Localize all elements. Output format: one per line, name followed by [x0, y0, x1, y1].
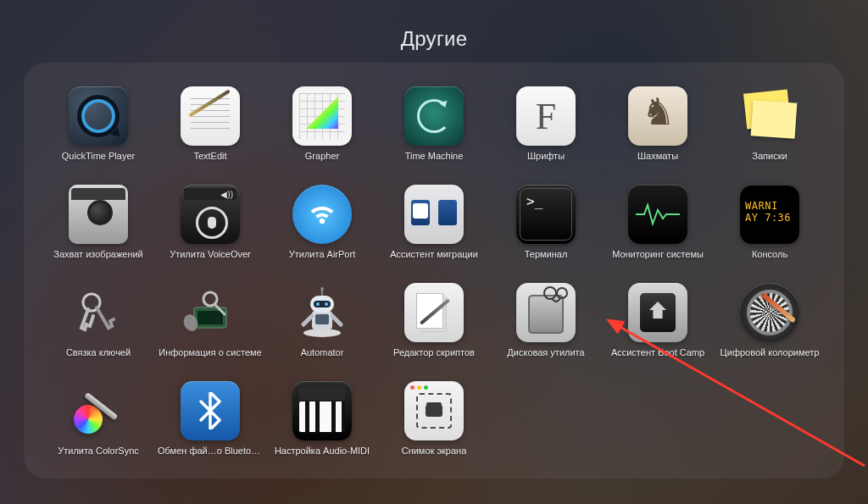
app-fonts[interactable]: Шрифты [492, 86, 600, 185]
activity-monitor-icon [628, 185, 687, 244]
svg-point-10 [316, 302, 320, 306]
app-grid: QuickTime Player TextEdit Grapher Time M… [44, 86, 824, 479]
keychain-icon [69, 283, 128, 342]
app-textedit[interactable]: TextEdit [156, 86, 264, 185]
bluetooth-icon [181, 381, 240, 440]
app-grapher[interactable]: Grapher [268, 86, 376, 185]
app-stickies[interactable]: Записки [715, 86, 824, 185]
app-label: Захват изображений [53, 249, 143, 260]
fontbook-icon [516, 86, 576, 146]
app-label: Связка ключей [66, 347, 131, 358]
chess-icon [628, 86, 687, 146]
terminal-icon [516, 185, 576, 244]
app-migration[interactable]: Ассистент миграции [380, 185, 488, 283]
app-diskutility[interactable]: Дисковая утилита [492, 283, 600, 381]
app-label: Automator [301, 347, 344, 358]
stickies-icon [740, 86, 799, 146]
app-label: Редактор скриптов [393, 347, 475, 358]
app-bluetooth[interactable]: Обмен фай…o Bluetooth [156, 381, 264, 479]
app-label: Time Machine [405, 151, 464, 162]
script-editor-icon [404, 283, 464, 342]
voiceover-icon: ◀)) [181, 185, 240, 244]
app-label: Утилита ColorSync [58, 446, 139, 457]
app-label: Ассистент миграции [390, 249, 478, 260]
screenshot-icon [404, 381, 464, 440]
app-scripteditor[interactable]: Редактор скриптов [380, 283, 488, 381]
app-timemachine[interactable]: Time Machine [380, 86, 488, 185]
migration-icon [404, 185, 464, 244]
app-label: Утилита AirPort [289, 249, 355, 260]
app-airport[interactable]: Утилита AirPort [268, 185, 376, 283]
svg-rect-14 [315, 314, 329, 324]
app-colorimeter[interactable]: Цифровой колориметр [715, 283, 824, 381]
svg-point-6 [303, 329, 341, 337]
app-label: QuickTime Player [62, 151, 135, 162]
automator-robot-icon [292, 283, 352, 342]
app-screenshot[interactable]: Снимок экрана [380, 381, 488, 479]
camera-icon [69, 185, 128, 244]
audio-midi-icon [292, 381, 352, 440]
app-label: Ассистент Boot Camp [611, 347, 704, 358]
app-label: Мониторинг системы [612, 249, 704, 260]
wifi-icon [292, 185, 352, 244]
svg-rect-2 [198, 311, 223, 324]
app-voiceover[interactable]: ◀)) Утилита VoiceOver [156, 185, 264, 283]
textedit-icon [181, 86, 240, 146]
app-quicktime[interactable]: QuickTime Player [44, 86, 153, 185]
app-label: Снимок экрана [402, 446, 467, 457]
folder-title: Другие [0, 27, 868, 51]
app-label: Grapher [305, 151, 339, 162]
app-label: Шахматы [637, 151, 678, 162]
app-terminal[interactable]: Терминал [492, 185, 600, 283]
app-keychain[interactable]: Связка ключей [44, 283, 153, 381]
app-activity[interactable]: Мониторинг системы [604, 185, 712, 283]
app-audiomidi[interactable]: Настройка Audio-MIDI [268, 381, 376, 479]
app-bootcamp[interactable]: Ассистент Boot Camp [604, 283, 712, 381]
app-label: Утилита VoiceOver [170, 249, 251, 260]
app-label: Дисковая утилита [507, 347, 584, 358]
app-chess[interactable]: Шахматы [604, 86, 712, 185]
svg-point-15 [544, 287, 556, 299]
svg-point-11 [325, 302, 328, 306]
app-label: Шрифты [527, 151, 565, 162]
app-label: Консоль [752, 249, 787, 260]
grapher-icon [292, 86, 352, 146]
disk-utility-icon [516, 283, 576, 342]
app-imagecapture[interactable]: Захват изображений [44, 185, 153, 283]
app-automator[interactable]: Automator [268, 283, 376, 381]
timemachine-icon [404, 86, 464, 146]
svg-point-13 [320, 287, 324, 291]
app-colorsync[interactable]: Утилита ColorSync [44, 381, 153, 479]
launchpad-folder-panel: QuickTime Player TextEdit Grapher Time M… [24, 63, 844, 479]
svg-point-16 [557, 288, 567, 298]
app-label: Информация о системе [159, 347, 261, 358]
app-label: Цифровой колориметр [721, 347, 820, 358]
app-label: Обмен фай…o Bluetooth [158, 446, 263, 457]
app-sysinfo[interactable]: Информация о системе [156, 283, 264, 381]
system-info-icon [181, 283, 240, 342]
console-text: WARNI AY 7:36 [745, 200, 791, 224]
colorsync-icon [69, 381, 128, 440]
bootcamp-icon [628, 283, 687, 342]
console-icon: WARNI AY 7:36 [740, 185, 799, 244]
app-label: TextEdit [193, 151, 226, 162]
app-label: Настройка Audio-MIDI [275, 446, 370, 457]
app-label: Терминал [525, 249, 568, 260]
colorimeter-icon [740, 283, 799, 342]
quicktime-icon [69, 86, 128, 146]
app-label: Записки [752, 151, 787, 162]
app-console[interactable]: WARNI AY 7:36 Консоль [715, 185, 824, 283]
